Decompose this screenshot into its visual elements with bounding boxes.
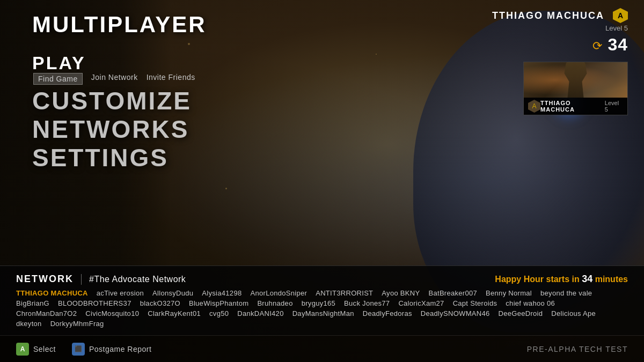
member-name: ChronManDan7O2: [16, 309, 77, 317]
network-label: NETWORK: [16, 274, 74, 285]
member-name: ANTIT3RRORIST: [316, 289, 373, 297]
member-name: BatBreaker007: [428, 289, 477, 297]
member-name: DeadlySNOWMAN46: [421, 309, 490, 317]
top-right-section: TTHIAGO MACHUCA A Level 5 ⟳ 34: [492, 8, 628, 55]
member-name: AllonsyDudu: [152, 289, 193, 297]
credits-display: ⟳ 34: [592, 35, 628, 55]
tech-test-label: PRE-ALPHA TECH TEST: [527, 345, 628, 353]
rank-badge: A: [613, 8, 628, 23]
player-card-image: [524, 62, 627, 98]
member-name: Buck Jones77: [344, 299, 390, 307]
member-name: ClarkRayKent01: [148, 309, 201, 317]
nav-networks[interactable]: NETWORKS: [32, 115, 195, 144]
report-label: Postgame Report: [89, 345, 151, 353]
member-name: Capt Steroids: [453, 299, 497, 307]
member-name: BlueWispPhantom: [189, 299, 248, 307]
member-name: Ayoo BKNY: [382, 289, 420, 297]
member-name: Benny Normal: [486, 289, 532, 297]
member-name: bryguy165: [302, 299, 335, 307]
select-action[interactable]: A Select: [16, 343, 56, 356]
member-name: Bruhnadeo: [257, 299, 292, 307]
member-name: DayMansNightMan: [292, 309, 354, 317]
network-members-list: TTHIAGO MACHUCAacTive erosionAllonsyDudu…: [16, 289, 628, 328]
member-name: DeadlyFedoras: [363, 309, 412, 317]
member-name: cvg50: [209, 309, 229, 317]
nav-play-label[interactable]: PLAY: [32, 54, 195, 72]
player-card-name: TTHIAGO MACHUCA: [540, 100, 605, 113]
credits-number: 34: [608, 35, 628, 55]
happy-hour-minutes: 34: [582, 274, 592, 284]
member-name: CaloricXam27: [398, 299, 444, 307]
member-name: CivicMosquito10: [85, 309, 139, 317]
member-name: dkeyton: [16, 320, 42, 328]
network-panel: NETWORK #The Advocate Network Happy Hour…: [0, 265, 644, 335]
member-name: blackO327O: [140, 299, 180, 307]
nav-menu: PLAY Find Game Join Network Invite Frien…: [32, 54, 195, 172]
happy-hour-suffix: minutes: [595, 275, 628, 284]
player-card-footer: A TTHIAGO MACHUCA Level 5: [524, 98, 627, 115]
member-name: DeeGeeDroid: [499, 309, 543, 317]
top-left-section: MULTIPLAYER: [32, 13, 207, 36]
player-level-header: Level 5: [605, 24, 628, 32]
happy-hour-prefix: Happy Hour starts in: [495, 275, 579, 284]
report-icon: ⬛: [72, 343, 85, 356]
select-icon: A: [16, 343, 29, 356]
nav-find-game[interactable]: Find Game: [33, 73, 83, 85]
member-name: beyond the vale: [540, 289, 592, 297]
network-name: #The Advocate Network: [89, 275, 186, 284]
nav-join-network[interactable]: Join Network: [91, 73, 138, 85]
member-name: DankDANI420: [237, 309, 283, 317]
member-name: BigBrianG: [16, 299, 49, 307]
page-title: MULTIPLAYER: [32, 13, 207, 36]
member-name: Alysia41298: [202, 289, 241, 297]
bottom-bar: A Select ⬛ Postgame Report PRE-ALPHA TEC…: [0, 335, 644, 362]
nav-invite-friends[interactable]: Invite Friends: [147, 73, 195, 85]
player-card: A TTHIAGO MACHUCA Level 5: [523, 62, 628, 115]
player-card-level: Level 5: [605, 100, 623, 113]
member-name: TTHIAGO MACHUCA: [16, 289, 88, 297]
member-name: DorkyyMhmFrag: [50, 320, 104, 328]
member-name: Delicious Ape: [551, 309, 596, 317]
nav-settings[interactable]: SETTINGS: [32, 144, 195, 172]
player-name-header: TTHIAGO MACHUCA: [492, 10, 604, 21]
credits-icon: ⟳: [592, 39, 604, 51]
member-name: chief wahoo 06: [506, 299, 555, 307]
member-name: acTive erosion: [97, 289, 144, 297]
particle-2: [225, 188, 227, 189]
nav-play-section: PLAY Find Game Join Network Invite Frien…: [32, 54, 195, 85]
top-bar: MULTIPLAYER TTHIAGO MACHUCA A Level 5 ⟳ …: [0, 0, 644, 62]
player-faction-icon: A: [528, 100, 540, 113]
report-action[interactable]: ⬛ Postgame Report: [72, 343, 151, 356]
network-header: NETWORK #The Advocate Network Happy Hour…: [16, 274, 628, 285]
happy-hour-notice: Happy Hour starts in 34 minutes: [495, 274, 628, 285]
nav-play-submenu: Find Game Join Network Invite Friends: [33, 73, 195, 85]
member-name: AnorLondoSniper: [250, 289, 307, 297]
select-label: Select: [33, 345, 56, 353]
nav-customize[interactable]: CUSTOMIZE: [32, 87, 195, 115]
member-name: BLOODBROTHERS37: [58, 299, 131, 307]
network-divider: [81, 274, 82, 285]
